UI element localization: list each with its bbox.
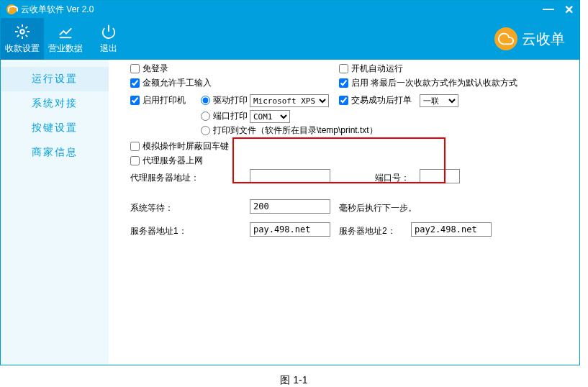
minimize-button[interactable]: — [543,3,554,17]
input-port[interactable] [420,169,460,183]
checkbox-input[interactable] [130,78,140,88]
checkbox-input[interactable] [339,64,348,73]
label-sys-wait: 系统等待： [130,202,173,214]
input-proxy-addr[interactable] [250,169,330,183]
checkbox-auto-start[interactable]: 开机自动运行 [339,63,403,75]
power-icon [101,24,117,40]
toolbar-button-exit[interactable]: 退出 [87,18,130,60]
radio-input[interactable] [201,96,210,105]
label-server2: 服务器地址2： [339,225,396,237]
input-server1[interactable] [250,222,330,237]
checkbox-input[interactable] [130,156,140,165]
select-printer[interactable]: Microsoft XPS D [250,94,329,107]
app-icon [6,4,17,14]
content-pane: 免登录 开机自动运行 金额允许手工输入 启用 将最后一次收款方式作为默认收款方式… [109,60,579,365]
select-copies[interactable]: 一联 [420,94,458,107]
toolbar-label: 退出 [100,42,117,55]
checkbox-input[interactable] [339,96,348,105]
label-proxy-addr: 代理服务器地址： [130,172,199,184]
checkbox-label: 代理服务器上网 [143,155,203,167]
checkbox-label: 启用 将最后一次收款方式作为默认收款方式 [351,77,517,89]
checkbox-proxy[interactable]: 代理服务器上网 [130,155,203,167]
checkbox-input[interactable] [130,96,140,105]
brand-cloud-icon [494,27,517,50]
app-window: 云收单软件 Ver 2.0 — ✕ 收款设置 营业数据 退出 [0,0,580,365]
radio-driver-print[interactable]: 驱动打印 [201,94,248,106]
checkbox-input[interactable] [130,64,140,73]
checkbox-label: 免登录 [143,63,168,75]
select-com-port[interactable]: COM1 [250,110,290,123]
radio-print-to-file[interactable]: 打印到文件（软件所在目录\temp\print.txt） [201,124,378,137]
label-server1: 服务器地址1： [130,225,187,237]
toolbar-button-settings[interactable]: 收款设置 [1,18,44,60]
checkbox-manual-amount[interactable]: 金额允许手工输入 [130,77,212,89]
checkbox-label: 金额允许手工输入 [143,77,212,89]
radio-label: 端口打印 [213,110,248,122]
checkbox-label: 模拟操作时屏蔽回车键 [143,140,229,152]
checkbox-label: 启用打印机 [143,94,186,106]
label-port: 端口号： [375,172,410,184]
chart-icon [58,24,73,40]
sidebar-item-run-settings[interactable]: 运行设置 [1,67,109,91]
figure-caption: 图 1-1 [0,374,588,387]
checkbox-free-login[interactable]: 免登录 [130,63,168,75]
toolbar-label: 营业数据 [48,42,83,55]
sidebar-item-system-connect[interactable]: 系统对接 [1,91,109,116]
checkbox-enable-printer[interactable]: 启用打印机 [130,94,186,106]
checkbox-default-pay[interactable]: 启用 将最后一次收款方式作为默认收款方式 [339,77,517,89]
checkbox-label: 交易成功后打单 [351,94,412,106]
titlebar: 云收单软件 Ver 2.0 — ✕ [1,1,579,18]
sidebar-item-key-settings[interactable]: 按键设置 [1,116,109,140]
toolbar: 收款设置 营业数据 退出 云收单 [1,18,579,60]
checkbox-mask-enter[interactable]: 模拟操作时屏蔽回车键 [130,140,229,152]
checkbox-input[interactable] [130,142,140,151]
toolbar-label: 收款设置 [5,42,40,55]
input-server2[interactable] [411,222,492,237]
sidebar: 运行设置 系统对接 按键设置 商家信息 [1,60,109,365]
label-sys-wait-suffix: 毫秒后执行下一步。 [339,202,417,214]
checkbox-input[interactable] [339,78,348,88]
radio-port-print[interactable]: 端口打印 [201,110,248,122]
svg-point-0 [20,29,24,34]
sidebar-item-merchant-info[interactable]: 商家信息 [1,140,109,165]
checkbox-trans-print[interactable]: 交易成功后打单 [339,94,412,106]
window-title: 云收单软件 Ver 2.0 [21,4,94,16]
radio-label: 驱动打印 [213,94,248,106]
brand: 云收单 [494,27,565,50]
checkbox-label: 开机自动运行 [351,63,403,75]
brand-text: 云收单 [522,29,565,49]
gear-icon [14,24,30,40]
toolbar-button-data[interactable]: 营业数据 [44,18,87,60]
close-button[interactable]: ✕ [564,3,574,17]
radio-input[interactable] [201,111,210,121]
radio-input[interactable] [201,126,210,135]
input-sys-wait[interactable] [250,199,330,214]
radio-label: 打印到文件（软件所在目录\temp\print.txt） [213,124,378,137]
